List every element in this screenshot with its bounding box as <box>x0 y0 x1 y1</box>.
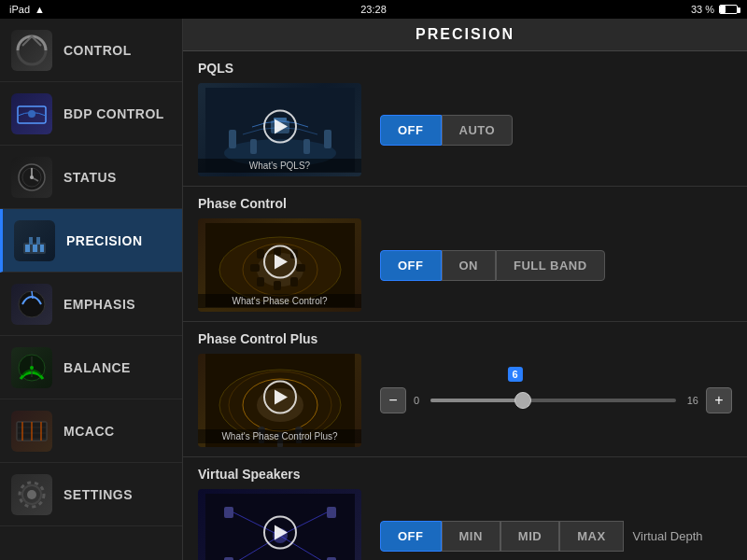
sidebar-item-control[interactable]: CONTROL <box>0 19 182 82</box>
pqls-off-btn[interactable]: OFF <box>380 115 442 146</box>
phase-plus-play-btn[interactable] <box>263 380 297 413</box>
balance-icon <box>11 347 52 388</box>
battery-label: 33 % <box>691 4 714 15</box>
phase-control-off-btn[interactable]: OFF <box>380 250 442 281</box>
sidebar-item-emphasis[interactable]: EMPHASIS <box>0 273 182 336</box>
emphasis-icon <box>11 284 52 325</box>
phase-control-video-label: What's Phase Control? <box>198 294 361 308</box>
status-icon <box>11 157 52 198</box>
sidebar-item-balance[interactable]: BALANCE <box>0 336 182 399</box>
phase-control-on-btn[interactable]: ON <box>442 250 497 281</box>
precision-label: PRECISION <box>66 233 143 248</box>
pqls-auto-btn[interactable]: AUTO <box>442 115 514 146</box>
pqls-title: PQLS <box>198 61 732 76</box>
phase-control-video[interactable]: What's Phase Control? <box>198 218 361 312</box>
settings-label: SETTINGS <box>63 487 133 502</box>
svg-rect-8 <box>29 237 33 245</box>
sidebar-item-precision[interactable]: PRECISION <box>0 209 182 273</box>
balance-label: BALANCE <box>63 360 131 375</box>
svg-rect-35 <box>250 139 257 154</box>
pqls-video-label: What's PQLS? <box>198 159 361 173</box>
status-time: 23:28 <box>360 4 387 15</box>
sidebar: CONTROL BDP CONTROL <box>0 19 183 560</box>
bdp-label: BDP CONTROL <box>63 106 164 121</box>
pqls-toggle: OFF AUTO <box>380 115 513 146</box>
pqls-content: What's PQLS? OFF AUTO <box>198 83 732 176</box>
svg-rect-45 <box>274 281 281 290</box>
svg-rect-66 <box>224 507 233 518</box>
virtual-speakers-play-btn[interactable] <box>263 515 297 549</box>
phase-plus-video[interactable]: What's Phase Control Plus? <box>198 354 361 447</box>
phase-plus-minus-btn[interactable]: − <box>380 387 406 413</box>
phase-plus-title: Phase Control Plus <box>198 331 732 346</box>
svg-rect-9 <box>36 237 40 245</box>
svg-rect-11 <box>33 245 37 252</box>
svg-rect-47 <box>250 264 260 272</box>
pqls-play-btn[interactable] <box>263 109 297 143</box>
status-label: STATUS <box>63 170 117 185</box>
phase-plus-fill <box>430 399 522 402</box>
status-bar: iPad ▲ 23:28 33 % <box>0 0 747 19</box>
virtual-off-btn[interactable]: OFF <box>380 521 442 552</box>
svg-rect-44 <box>290 277 298 287</box>
pqls-video[interactable]: What's PQLS? <box>198 83 361 176</box>
phase-plus-content: What's Phase Control Plus? − 0 6 16 + <box>198 354 732 447</box>
phase-control-content: What's Phase Control? OFF ON FULL BAND <box>198 218 732 312</box>
virtual-speakers-controls: OFF MIN MID MAX Virtual Depth <box>380 521 703 552</box>
svg-rect-34 <box>324 130 331 148</box>
phase-control-fullband-btn[interactable]: FULL BAND <box>496 250 605 281</box>
phase-plus-video-label: What's Phase Control Plus? <box>198 429 361 443</box>
sidebar-item-status[interactable]: STATUS <box>0 146 182 209</box>
main-container: CONTROL BDP CONTROL <box>0 19 747 560</box>
status-left: iPad ▲ <box>9 4 45 15</box>
section-pqls: PQLS <box>183 51 747 187</box>
svg-rect-12 <box>40 245 44 252</box>
settings-icon <box>11 474 52 515</box>
phase-control-play-btn[interactable] <box>263 245 297 278</box>
content-area: PRECISION PQLS <box>183 19 747 560</box>
svg-rect-46 <box>257 277 264 287</box>
precision-icon <box>14 220 55 261</box>
svg-point-18 <box>30 366 34 370</box>
virtual-speakers-toggle: OFF MIN MID MAX Virtual Depth <box>380 521 703 552</box>
svg-line-14 <box>32 291 33 299</box>
phase-plus-thumb[interactable]: 6 <box>514 392 531 409</box>
phase-control-title: Phase Control <box>198 196 732 211</box>
virtual-speakers-video[interactable] <box>198 489 361 560</box>
phase-control-toggle: OFF ON FULL BAND <box>380 250 605 281</box>
svg-rect-43 <box>296 264 305 272</box>
phase-plus-min-label: 0 <box>414 395 419 406</box>
virtual-max-btn[interactable]: MAX <box>559 521 623 552</box>
virtual-depth-label: Virtual Depth <box>633 529 703 543</box>
phase-plus-slider-area: − 0 6 16 + <box>380 387 732 413</box>
svg-point-26 <box>27 490 36 499</box>
virtual-mid-btn[interactable]: MID <box>500 521 559 552</box>
control-icon <box>11 30 52 71</box>
sidebar-item-settings[interactable]: SETTINGS <box>0 463 182 526</box>
virtual-speakers-content: OFF MIN MID MAX Virtual Depth <box>198 489 732 560</box>
battery-icon <box>719 5 738 14</box>
control-label: CONTROL <box>63 43 132 58</box>
svg-rect-33 <box>229 130 236 148</box>
status-right: 33 % <box>691 4 738 15</box>
phase-plus-track: 6 <box>430 399 676 402</box>
virtual-min-btn[interactable]: MIN <box>442 521 500 552</box>
mcacc-icon <box>11 411 52 452</box>
section-virtual-speakers: Virtual Speakers <box>183 457 747 560</box>
svg-point-6 <box>30 175 34 179</box>
svg-rect-67 <box>327 507 336 518</box>
phase-plus-value: 6 <box>508 367 523 382</box>
emphasis-label: EMPHASIS <box>63 297 135 312</box>
page-title: PRECISION <box>183 19 747 51</box>
svg-rect-36 <box>303 139 310 154</box>
ipad-label: iPad <box>9 4 30 15</box>
svg-rect-10 <box>25 245 30 252</box>
sidebar-item-mcacc[interactable]: MCACC <box>0 399 182 463</box>
virtual-speakers-title: Virtual Speakers <box>198 467 732 482</box>
section-phase-control: Phase Control <box>183 187 747 322</box>
phase-plus-plus-btn[interactable]: + <box>706 387 732 413</box>
sidebar-item-bdp[interactable]: BDP CONTROL <box>0 82 182 146</box>
mcacc-label: MCACC <box>63 424 115 439</box>
section-phase-plus: Phase Control Plus <box>183 322 747 457</box>
wifi-icon: ▲ <box>35 4 45 15</box>
